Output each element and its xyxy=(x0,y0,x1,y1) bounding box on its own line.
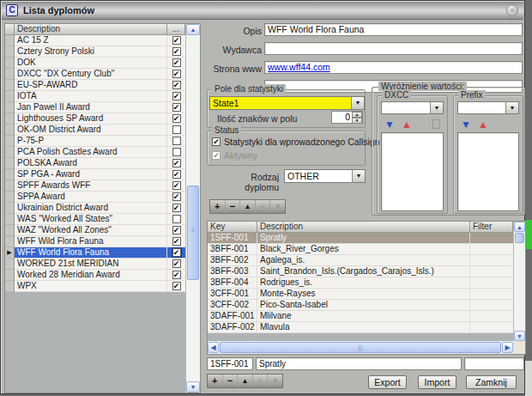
checkbox[interactable]: ✔ xyxy=(172,81,181,89)
edit-record-button[interactable]: ▲ xyxy=(240,200,256,213)
spin-up-icon[interactable]: ▲ xyxy=(352,112,362,118)
cancel-record-button[interactable]: ✘ xyxy=(270,200,285,213)
chevron-down-icon[interactable]: ▼ xyxy=(351,97,364,109)
add-record-button[interactable]: + xyxy=(208,375,223,387)
ref-table-row[interactable]: 3CFF-001 Monte-Rayses xyxy=(208,289,525,300)
award-checkbox[interactable]: ✔ xyxy=(167,35,185,46)
checkbox[interactable]: ✔ xyxy=(172,282,181,290)
checkbox[interactable]: ✔ xyxy=(172,271,181,279)
checkbox[interactable]: ✔ xyxy=(172,159,181,168)
award-list-row[interactable]: Cztery Strony Polski ✔ xyxy=(5,46,200,58)
award-checkbox[interactable]: ✔ xyxy=(167,203,185,214)
copy-icon[interactable] xyxy=(432,119,440,129)
statystyki-callsign-checkbox[interactable]: ✔ Statystyki dla wprowadzonego Callsign xyxy=(212,137,380,147)
website-link[interactable]: www.wff44.com xyxy=(268,62,330,72)
award-list-row[interactable]: DXCC "DX Century Club" ✔ xyxy=(5,69,200,80)
close-icon[interactable]: × xyxy=(506,4,518,16)
checkbox[interactable]: ✔ xyxy=(172,70,181,78)
checkbox[interactable]: ✔ xyxy=(172,248,181,257)
cancel-record-button[interactable]: ✘ xyxy=(268,375,282,387)
checkbox[interactable]: ✔ xyxy=(172,226,181,235)
aktywny-checkbox[interactable]: ✔ Aktywny xyxy=(212,150,257,161)
checkbox[interactable]: ✔ xyxy=(172,204,181,212)
delete-record-button[interactable]: − xyxy=(226,200,241,213)
award-checkbox[interactable]: ✔ xyxy=(167,270,185,281)
award-list-row[interactable]: OK-OM District Award xyxy=(5,125,200,136)
award-list-row[interactable]: WPX ✔ xyxy=(5,281,200,292)
scrollbar-thumb[interactable]: ≡ xyxy=(187,186,199,280)
scroll-down-icon[interactable]: ▼ xyxy=(514,331,525,341)
zamknij-button[interactable]: Zamknij xyxy=(466,375,517,389)
confirm-record-button[interactable]: ✔ xyxy=(256,200,271,213)
award-checkbox[interactable]: ✔ xyxy=(167,225,185,236)
award-checkbox[interactable]: ✔ xyxy=(167,91,185,102)
award-list-row[interactable]: WORKED 21st MERIDIAN ✔ xyxy=(5,259,200,270)
ref-table-row[interactable]: 3BFF-002 Agalega_is. xyxy=(208,255,525,266)
delete-record-button[interactable]: − xyxy=(223,375,239,387)
scroll-left-icon[interactable]: ◀ xyxy=(208,342,219,353)
checkbox[interactable]: ✔ xyxy=(172,47,181,56)
award-list-row[interactable]: Worked 28 Meridian Award ✔ xyxy=(5,270,200,281)
checkbox[interactable] xyxy=(172,148,181,156)
award-checkbox[interactable]: ✔ xyxy=(167,236,185,247)
award-checkbox[interactable] xyxy=(167,125,185,136)
ref-table-row[interactable]: 3CFF-002 Pico-Santa-Isabel xyxy=(208,300,525,311)
pole-statystyki-combobox[interactable]: State1 ▼ xyxy=(209,96,365,110)
award-checkbox[interactable]: ✔ xyxy=(167,192,185,203)
edit-record-button[interactable]: ▲ xyxy=(238,375,253,387)
award-checkbox[interactable]: ✔ xyxy=(167,113,185,125)
award-checkbox[interactable] xyxy=(167,147,185,158)
opis-field[interactable]: WFF World Flora Fauna xyxy=(264,23,523,36)
description-edit-field[interactable]: Spratly xyxy=(256,357,462,370)
award-list-row[interactable]: SPPA Award ✔ xyxy=(5,192,200,203)
scrollbar-thumb[interactable]: ||| xyxy=(220,342,501,353)
add-record-button[interactable]: + xyxy=(210,200,226,213)
move-up-icon[interactable]: ▲ xyxy=(402,119,412,130)
ref-table-row[interactable]: 3BFF-001 Black_River_Gorges xyxy=(208,244,525,255)
scrollbar-thumb[interactable] xyxy=(515,233,524,243)
checkbox[interactable]: ✔ xyxy=(172,92,181,101)
move-up-icon[interactable]: ▲ xyxy=(478,119,488,130)
award-list-row[interactable]: ▶ WFF World Flora Fauna ✔ xyxy=(5,247,200,259)
checkbox[interactable]: ✔ xyxy=(172,36,181,45)
award-list-row[interactable]: WFF Wild Flora Fauna ✔ xyxy=(5,236,200,247)
award-list-scrollbar[interactable]: ▲ ≡ ▼ xyxy=(185,24,200,393)
award-list-row[interactable]: Lighthouses SP Award ✔ xyxy=(5,113,200,125)
award-list-row[interactable]: SPFF Awards WFF ✔ xyxy=(5,180,200,192)
filter-column-header[interactable]: Filter xyxy=(470,222,513,233)
scroll-down-icon[interactable]: ▼ xyxy=(186,381,200,393)
award-checkbox[interactable] xyxy=(167,136,185,147)
award-list-row[interactable]: PCA Polish Castles Award xyxy=(5,147,200,158)
move-down-icon[interactable]: ▼ xyxy=(384,119,395,130)
award-list-row[interactable]: DOK ✔ xyxy=(5,58,200,69)
checkbox[interactable]: ✔ xyxy=(172,114,181,123)
ref-table-vscrollbar[interactable]: ▲ ▼ xyxy=(513,222,525,341)
award-checkbox[interactable]: ✔ xyxy=(167,102,185,113)
award-checkbox[interactable]: ✔ xyxy=(167,247,185,259)
key-column-header[interactable]: Key xyxy=(208,222,257,233)
ref-table-row[interactable]: 3DAFF-002 Mlavula xyxy=(208,322,525,333)
award-list-row[interactable]: AC 15 Z ✔ xyxy=(5,35,200,46)
chevron-down-icon[interactable]: ▼ xyxy=(430,102,443,113)
award-list-row[interactable]: WAS "Worked All States" xyxy=(5,214,200,225)
confirm-record-button[interactable]: ✔ xyxy=(253,375,269,387)
chevron-down-icon[interactable]: ▼ xyxy=(352,170,365,182)
description-column-header[interactable]: Description xyxy=(257,222,470,233)
strona-www-field[interactable]: www.wff44.com xyxy=(264,61,523,74)
award-checkbox[interactable]: ✔ xyxy=(167,281,185,292)
award-checkbox[interactable]: ✔ xyxy=(167,158,185,169)
award-list-row[interactable]: P-75-P xyxy=(5,136,200,147)
checkbox[interactable]: ✔ xyxy=(172,58,181,67)
award-list-row[interactable]: Jan Pawel II Award ✔ xyxy=(5,102,200,113)
checkbox[interactable]: ✔ xyxy=(172,103,181,112)
checkbox[interactable]: ✔ xyxy=(172,181,181,190)
import-button[interactable]: Import xyxy=(418,375,456,389)
checkbox[interactable]: ✔ xyxy=(172,192,181,201)
prefix-listbox[interactable] xyxy=(457,132,519,211)
award-list-row[interactable]: SP PGA - Award ✔ xyxy=(5,169,200,180)
award-list-row[interactable]: Ukrainian District Award ✔ xyxy=(5,203,200,214)
award-checkbox[interactable]: ✔ xyxy=(167,259,185,270)
award-checkbox[interactable]: ✔ xyxy=(167,80,185,91)
move-down-icon[interactable]: ▼ xyxy=(461,119,471,130)
checkbox[interactable]: ✔ xyxy=(172,259,181,268)
